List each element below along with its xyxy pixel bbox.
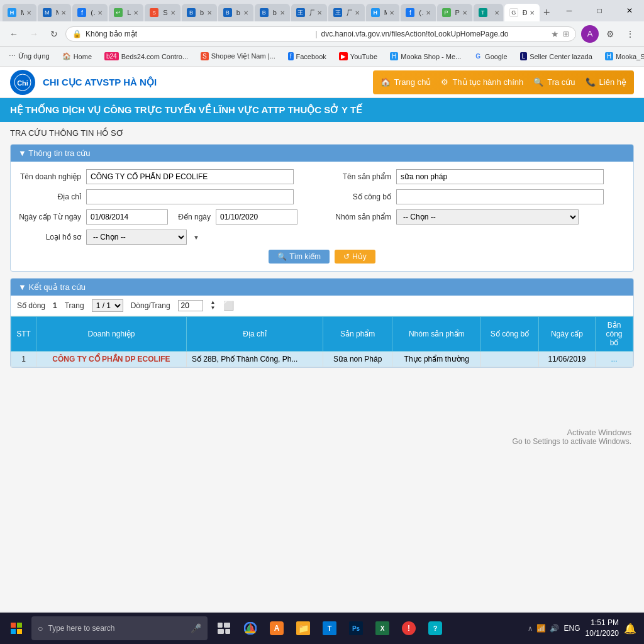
- tab-close-10[interactable]: ✕: [355, 9, 360, 16]
- photoshop-taskbar-icon[interactable]: Ps: [343, 614, 369, 642]
- tab-close-4[interactable]: ✕: [133, 9, 138, 16]
- nav-home[interactable]: 🏠 Trang chủ: [380, 77, 431, 87]
- new-tab-button[interactable]: +: [541, 4, 552, 21]
- tab-6[interactable]: B baoge ✕: [182, 4, 217, 21]
- tab-close-1[interactable]: ✕: [26, 9, 31, 16]
- address-label: Địa chỉ: [18, 192, 81, 201]
- back-button[interactable]: ←: [5, 25, 23, 43]
- language-indicator[interactable]: ENG: [564, 624, 580, 633]
- bookmark-star[interactable]: ★: [551, 29, 559, 39]
- tab-2[interactable]: M Mook ✕: [38, 4, 72, 21]
- tab-close-6[interactable]: ✕: [207, 9, 212, 16]
- reset-btn-icon: ↺: [343, 252, 350, 261]
- tab-close-3[interactable]: ✕: [97, 9, 103, 16]
- tab-5[interactable]: S Shope ✕: [145, 4, 180, 21]
- app8-taskbar-icon[interactable]: ?: [423, 614, 448, 642]
- bookmark-shopee[interactable]: S Shopee Việt Nam |...: [197, 51, 279, 62]
- tab-15-active[interactable]: G ĐIA CI ✕: [504, 4, 540, 21]
- task-view-button[interactable]: [211, 614, 236, 642]
- spinner-down[interactable]: ▼: [211, 306, 216, 311]
- address-input[interactable]: [86, 189, 294, 204]
- excel-icon: X: [375, 621, 389, 635]
- company-input[interactable]: [86, 169, 294, 184]
- bookmark-mooka2[interactable]: H Mooka_Shop - Goo...: [601, 51, 644, 62]
- so-cong-bo-input[interactable]: [396, 189, 604, 204]
- file-explorer-taskbar-icon[interactable]: 📁: [291, 614, 316, 642]
- rows-per-page-input[interactable]: [178, 300, 203, 311]
- app7-icon: !: [402, 621, 416, 635]
- volume-icon[interactable]: 🔊: [550, 624, 559, 633]
- chrome-taskbar-icon[interactable]: [238, 614, 263, 642]
- loai-ho-so-dropdown-icon[interactable]: ▼: [193, 234, 199, 241]
- nhom-san-pham-select[interactable]: -- Chọn --: [396, 209, 579, 225]
- tab-14[interactable]: T Tre ✕: [474, 4, 503, 21]
- tab-9[interactable]: 王 厂表王 ✕: [291, 4, 327, 21]
- bookmark-apps[interactable]: ⋯ Ứng dụng: [5, 51, 53, 62]
- reload-button[interactable]: ↻: [45, 25, 63, 43]
- date-from-input[interactable]: [86, 209, 168, 225]
- tab-10[interactable]: 王 厂约王 ✕: [328, 4, 364, 21]
- tab-close-15[interactable]: ✕: [530, 9, 535, 16]
- close-button[interactable]: ✕: [615, 1, 644, 21]
- tab-12[interactable]: f (1) Fa ✕: [401, 4, 435, 21]
- tab-close-5[interactable]: ✕: [170, 9, 175, 16]
- tab-close-9[interactable]: ✕: [317, 9, 322, 16]
- nav-search[interactable]: 🔍 Tra cứu: [533, 77, 575, 87]
- bookmark-google[interactable]: G Google: [470, 51, 511, 62]
- avast-taskbar-icon[interactable]: A: [264, 614, 289, 642]
- bookmark-mooka[interactable]: H Mooka Shop - Me...: [386, 51, 465, 62]
- start-button[interactable]: [3, 614, 30, 642]
- company-link[interactable]: CÔNG TY CỔ PHẦN DP ECOLIFE: [52, 355, 170, 364]
- bookmark-facebook[interactable]: f Facebook: [284, 51, 330, 62]
- tab-8[interactable]: B baoge ✕: [255, 4, 290, 21]
- nav-contact[interactable]: 📞 Liên hệ: [586, 77, 626, 87]
- tab-close-14[interactable]: ✕: [494, 9, 499, 16]
- window-controls: ─ □ ✕: [555, 1, 644, 21]
- bookmark-youtube[interactable]: ▶ YouTube: [335, 51, 381, 62]
- menu-button[interactable]: ⋮: [621, 25, 639, 43]
- excel-taskbar-icon[interactable]: X: [370, 614, 395, 642]
- bookmark-lazada[interactable]: L Seller Center lazada: [516, 51, 596, 62]
- bookmark-home[interactable]: 🏠 Home: [58, 51, 96, 62]
- tab-7[interactable]: B baoge ✕: [218, 4, 253, 21]
- rows-spinner[interactable]: ▲ ▼: [211, 300, 216, 311]
- taskbar-search-box[interactable]: ○ Type here to search 🎤: [31, 616, 208, 640]
- cell-doanh-nghiep[interactable]: CÔNG TY CỔ PHẦN DP ECOLIFE: [36, 352, 187, 367]
- app7-taskbar-icon[interactable]: !: [396, 614, 421, 642]
- address-bar[interactable]: 🔒 Không bảo mật | dvc.hanoi.vfa.gov.vn/f…: [65, 26, 576, 42]
- wifi-icon[interactable]: 📶: [536, 624, 546, 633]
- tab-close-12[interactable]: ✕: [426, 9, 431, 16]
- mic-icon[interactable]: 🎤: [191, 623, 201, 633]
- search-button[interactable]: 🔍 Tìm kiếm: [269, 250, 330, 264]
- reset-button[interactable]: ↺ Hủy: [335, 250, 375, 264]
- tab-close-8[interactable]: ✕: [280, 9, 285, 16]
- cell-ban-cong-bo[interactable]: ...: [596, 352, 633, 367]
- up-arrow-icon[interactable]: ∧: [528, 625, 533, 633]
- bookmark-beds24[interactable]: b24 Beds24.com Contro...: [101, 51, 192, 62]
- tab-4[interactable]: ↩ Lưu tr ✕: [109, 4, 143, 21]
- tab-13[interactable]: P Pick P ✕: [437, 4, 472, 21]
- maximize-button[interactable]: □: [585, 1, 614, 21]
- product-name-input[interactable]: [396, 169, 604, 184]
- system-clock[interactable]: 1:51 PM 10/1/2020: [586, 618, 619, 639]
- extensions-button[interactable]: ⚙: [601, 25, 619, 43]
- account-button[interactable]: A: [581, 25, 599, 43]
- tab-close-7[interactable]: ✕: [243, 9, 248, 16]
- qr-icon[interactable]: ⊞: [563, 30, 569, 38]
- loai-ho-so-select[interactable]: -- Chọn --: [86, 230, 187, 245]
- tab-close-11[interactable]: ✕: [389, 9, 394, 16]
- minimize-button[interactable]: ─: [555, 1, 584, 21]
- tab-3[interactable]: f (1) Cô ✕: [72, 4, 108, 21]
- tab-close-2[interactable]: ✕: [61, 9, 66, 16]
- tab-1[interactable]: H Mook ✕: [3, 4, 36, 21]
- forward-button[interactable]: →: [25, 25, 43, 43]
- page-select[interactable]: 1 / 1: [92, 299, 123, 312]
- notification-button[interactable]: 🔔: [624, 623, 636, 635]
- tab-close-13[interactable]: ✕: [462, 9, 467, 16]
- date-to-input[interactable]: [216, 209, 297, 225]
- tab-11[interactable]: H Mook ✕: [366, 4, 400, 21]
- app5-taskbar-icon[interactable]: T: [317, 614, 342, 642]
- export-icon[interactable]: ⬜: [223, 301, 234, 311]
- nav-procedures[interactable]: ⚙ Thủ tục hành chính: [441, 77, 523, 87]
- mooka-favicon: H: [390, 52, 398, 60]
